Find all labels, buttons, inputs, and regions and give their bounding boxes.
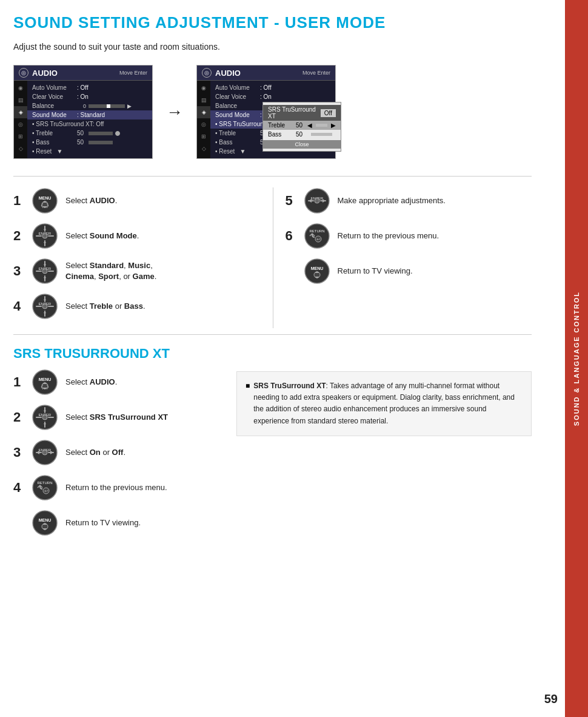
menu2-row-0: Auto Volume : Off [210, 83, 335, 92]
svg-text:MENU: MENU [39, 196, 52, 200]
menu1-balance-bar [89, 104, 125, 108]
popup-off-value: Off [321, 109, 336, 117]
menu1-value-3: : Standard [77, 112, 105, 118]
popup-bass-bar [311, 133, 332, 136]
section-divider-1 [13, 176, 532, 177]
popup-row-bass: Bass 50 [263, 130, 341, 139]
svg-text:MENU: MENU [39, 518, 52, 522]
srs-menu-btn-tv: MENU [32, 510, 58, 536]
menu1-icon-5: ◇ [14, 143, 27, 155]
srs-step-3-text: Select On or Off. [65, 447, 125, 458]
srs-content: 1 MENU Select AUDIO. 2 ENTER [13, 369, 532, 545]
menu2-icon-3: ◎ [197, 118, 210, 130]
main-content: SOUND SETTING ADJUSTMENT - USER MODE Adj… [0, 0, 565, 558]
menu2-icon-1: ▤ [197, 94, 210, 106]
menu2-popup: SRS TruSurround XT Off Treble 50 ◀ ▶ Bas… [262, 102, 341, 152]
menu1-row-2: Balance 0 ▶ [27, 101, 152, 110]
popup-header: SRS TruSurround XT Off [263, 105, 341, 121]
srs-menu-btn-1: MENU [32, 369, 58, 396]
svg-point-20 [315, 198, 319, 203]
menu2-header-left: ◎ AUDIO [202, 68, 241, 78]
srs-step-1-num: 1 [13, 374, 24, 390]
step-2-number: 2 [13, 228, 24, 244]
menu1-label-2: Balance [32, 103, 75, 109]
svg-point-40 [42, 450, 47, 455]
step-4-text: Select Treble or Bass. [65, 301, 145, 312]
menu1-bass-bar [89, 141, 113, 144]
menu1-icon-1: ▤ [14, 94, 27, 106]
svg-point-5 [42, 234, 47, 238]
menu1-icon-2: ◈ [14, 106, 27, 118]
menu1-treble-bar [89, 132, 113, 135]
srs-step-1-text: Select AUDIO. [65, 377, 117, 388]
menu1-icon: ◎ [19, 68, 28, 78]
popup-row-treble: Treble 50 ◀ ▶ [263, 121, 341, 130]
step-1-text: Select AUDIO. [65, 195, 117, 206]
enter-button-icon-3: ENTER [32, 258, 58, 284]
srs-step-tv: 0 MENU Return to TV viewing. [13, 510, 219, 536]
menu1-treble-label: • Treble [32, 130, 75, 136]
srs-step-3-num: 3 [13, 445, 24, 460]
right-sidebar: SOUND & LANGUAGE CONTROL [565, 0, 588, 717]
svg-text:MENU: MENU [310, 266, 323, 271]
popup-title: SRS TruSurround XT [268, 106, 321, 120]
menu2-icon-4: ⊞ [197, 130, 210, 143]
menu2-title: AUDIO [215, 69, 241, 78]
balance-fill [107, 104, 110, 108]
step-tv-text: Return to TV viewing. [338, 266, 413, 277]
srs-tv-text: Return to TV viewing. [65, 517, 141, 528]
menu2-icon: ◎ [202, 68, 212, 78]
step-1-number: 1 [13, 193, 24, 209]
srs-enter-btn-2: ENTER [32, 404, 58, 431]
menu2-icon-0: ◉ [197, 82, 210, 94]
menu1-header: ◎ AUDIO Move Enter [14, 66, 152, 81]
page-number: 59 [544, 692, 558, 706]
section-divider-2 [13, 334, 532, 335]
menu1-row-7: • Reset ▼ [27, 147, 152, 156]
srs-return-btn-4: RETURN ↩ [32, 474, 58, 501]
menu1-title: AUDIO [32, 69, 58, 78]
menu1-header-left: ◎ AUDIO [19, 68, 58, 78]
menu1-left-icons: ◉ ▤ ◈ ◎ ⊞ ◇ [14, 81, 27, 158]
srs-steps-col: 1 MENU Select AUDIO. 2 ENTER [13, 369, 219, 545]
step-6: 6 RETURN ↩ Return to the previous menu. [286, 223, 532, 249]
steps-right-col: 5 ENTER Make appropriate adjustments. 6 [273, 187, 532, 328]
steps-left-col: 1 MENU Select AUDIO. 2 ENTER [13, 187, 273, 328]
svg-text:↩: ↩ [44, 488, 48, 494]
menu1-srs-label: • SRS TruSurround XT: Off [32, 121, 104, 127]
srs-step-4-num: 4 [13, 480, 24, 496]
menu1-reset-arrow: ▼ [56, 148, 62, 155]
menu1-value-1: : On [77, 93, 89, 100]
step-3: 3 ENTER Select Standard, Music,Cinema, S… [13, 258, 261, 284]
popup-close-btn: Close [263, 140, 341, 149]
menu-button-icon-tv: MENU [304, 258, 330, 284]
svg-text:↩: ↩ [316, 237, 320, 242]
menu1-row-6: • Bass 50 [27, 138, 152, 147]
svg-text:MENU: MENU [39, 377, 52, 382]
step-2-text: Select Sound Mode. [65, 231, 139, 241]
step-3-number: 3 [13, 263, 24, 279]
step-2: 2 ENTER Select Sound Mode. [13, 223, 261, 249]
svg-text:RETURN: RETURN [38, 481, 53, 485]
menu1-icon-4: ⊞ [14, 130, 27, 143]
enter-lr-button-icon-5: ENTER [304, 187, 330, 214]
srs-step-2: 2 ENTER Select SRS TruSurround XT [13, 404, 219, 431]
menu1-balance-r: ▶ [127, 103, 132, 109]
menu1-label-1: Clear Voice [32, 93, 75, 100]
srs-enter-lr-btn-3: ENTER [32, 439, 58, 466]
menu1-treble-val: 50 [77, 130, 84, 136]
menu-screenshot-2: ◎ AUDIO Move Enter ◉ ▤ ◈ ◎ ⊞ ◇ Auto Volu… [196, 65, 336, 159]
menu-button-icon-1: MENU [32, 187, 58, 214]
svg-text:RETURN: RETURN [309, 229, 324, 233]
menu1-row-1: Clear Voice : On [27, 92, 152, 101]
menu1-treble-dot [115, 131, 120, 136]
step-4: 4 ENTER Select Treble or Bass. [13, 293, 261, 320]
srs-info-content: ■ SRS TruSurround XT: Takes advantage of… [246, 380, 523, 427]
srs-step-4: 4 RETURN ↩ Return to the previous menu. [13, 474, 219, 501]
srs-section-title: SRS TRUSURROUND XT [13, 346, 532, 362]
step-6-text: Return to the previous menu. [338, 231, 439, 241]
srs-info-box: ■ SRS TruSurround XT: Takes advantage of… [236, 371, 532, 436]
sidebar-label: SOUND & LANGUAGE CONTROL [573, 291, 580, 426]
arrow-between-menus: → [164, 103, 185, 122]
srs-step-2-num: 2 [13, 409, 24, 425]
